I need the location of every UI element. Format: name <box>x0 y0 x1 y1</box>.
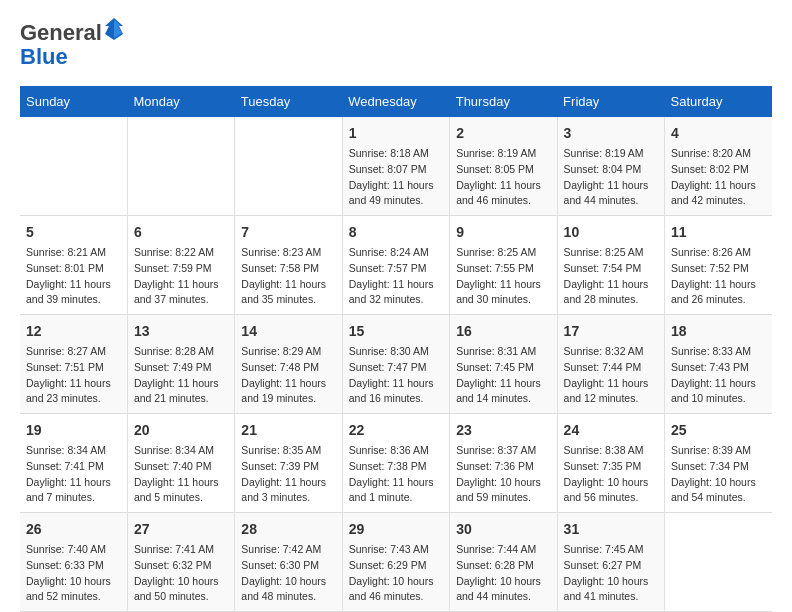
cell-content: Sunrise: 7:40 AM Sunset: 6:33 PM Dayligh… <box>26 542 121 605</box>
cell-content: Sunrise: 8:25 AM Sunset: 7:55 PM Dayligh… <box>456 245 550 308</box>
weekday-header-monday: Monday <box>127 86 234 117</box>
calendar-cell: 10Sunrise: 8:25 AM Sunset: 7:54 PM Dayli… <box>557 216 664 315</box>
cell-content: Sunrise: 8:38 AM Sunset: 7:35 PM Dayligh… <box>564 443 658 506</box>
logo-blue: Blue <box>20 44 68 69</box>
calendar-cell: 31Sunrise: 7:45 AM Sunset: 6:27 PM Dayli… <box>557 513 664 612</box>
weekday-header-friday: Friday <box>557 86 664 117</box>
cell-content: Sunrise: 7:43 AM Sunset: 6:29 PM Dayligh… <box>349 542 443 605</box>
cell-content: Sunrise: 8:34 AM Sunset: 7:41 PM Dayligh… <box>26 443 121 506</box>
cell-content: Sunrise: 8:32 AM Sunset: 7:44 PM Dayligh… <box>564 344 658 407</box>
day-number: 31 <box>564 519 658 540</box>
page-header: General Blue <box>20 20 772 70</box>
calendar-cell: 21Sunrise: 8:35 AM Sunset: 7:39 PM Dayli… <box>235 414 342 513</box>
day-number: 16 <box>456 321 550 342</box>
cell-content: Sunrise: 8:19 AM Sunset: 8:04 PM Dayligh… <box>564 146 658 209</box>
day-number: 20 <box>134 420 228 441</box>
calendar-week-4: 19Sunrise: 8:34 AM Sunset: 7:41 PM Dayli… <box>20 414 772 513</box>
calendar-cell: 20Sunrise: 8:34 AM Sunset: 7:40 PM Dayli… <box>127 414 234 513</box>
cell-content: Sunrise: 8:19 AM Sunset: 8:05 PM Dayligh… <box>456 146 550 209</box>
day-number: 11 <box>671 222 766 243</box>
calendar-cell <box>235 117 342 216</box>
day-number: 4 <box>671 123 766 144</box>
cell-content: Sunrise: 8:25 AM Sunset: 7:54 PM Dayligh… <box>564 245 658 308</box>
day-number: 5 <box>26 222 121 243</box>
day-number: 13 <box>134 321 228 342</box>
cell-content: Sunrise: 8:20 AM Sunset: 8:02 PM Dayligh… <box>671 146 766 209</box>
calendar-cell: 4Sunrise: 8:20 AM Sunset: 8:02 PM Daylig… <box>665 117 772 216</box>
day-number: 30 <box>456 519 550 540</box>
calendar-table: SundayMondayTuesdayWednesdayThursdayFrid… <box>20 86 772 612</box>
calendar-cell: 17Sunrise: 8:32 AM Sunset: 7:44 PM Dayli… <box>557 315 664 414</box>
cell-content: Sunrise: 8:29 AM Sunset: 7:48 PM Dayligh… <box>241 344 335 407</box>
calendar-cell <box>127 117 234 216</box>
cell-content: Sunrise: 8:31 AM Sunset: 7:45 PM Dayligh… <box>456 344 550 407</box>
day-number: 7 <box>241 222 335 243</box>
cell-content: Sunrise: 8:36 AM Sunset: 7:38 PM Dayligh… <box>349 443 443 506</box>
calendar-cell: 12Sunrise: 8:27 AM Sunset: 7:51 PM Dayli… <box>20 315 127 414</box>
cell-content: Sunrise: 8:22 AM Sunset: 7:59 PM Dayligh… <box>134 245 228 308</box>
day-number: 28 <box>241 519 335 540</box>
cell-content: Sunrise: 8:27 AM Sunset: 7:51 PM Dayligh… <box>26 344 121 407</box>
logo-bird-icon <box>105 18 123 40</box>
calendar-week-2: 5Sunrise: 8:21 AM Sunset: 8:01 PM Daylig… <box>20 216 772 315</box>
day-number: 1 <box>349 123 443 144</box>
cell-content: Sunrise: 8:37 AM Sunset: 7:36 PM Dayligh… <box>456 443 550 506</box>
calendar-cell: 13Sunrise: 8:28 AM Sunset: 7:49 PM Dayli… <box>127 315 234 414</box>
day-number: 29 <box>349 519 443 540</box>
calendar-cell: 22Sunrise: 8:36 AM Sunset: 7:38 PM Dayli… <box>342 414 449 513</box>
calendar-cell: 3Sunrise: 8:19 AM Sunset: 8:04 PM Daylig… <box>557 117 664 216</box>
calendar-cell: 16Sunrise: 8:31 AM Sunset: 7:45 PM Dayli… <box>450 315 557 414</box>
cell-content: Sunrise: 7:44 AM Sunset: 6:28 PM Dayligh… <box>456 542 550 605</box>
cell-content: Sunrise: 8:18 AM Sunset: 8:07 PM Dayligh… <box>349 146 443 209</box>
day-number: 3 <box>564 123 658 144</box>
calendar-week-1: 1Sunrise: 8:18 AM Sunset: 8:07 PM Daylig… <box>20 117 772 216</box>
day-number: 19 <box>26 420 121 441</box>
day-number: 14 <box>241 321 335 342</box>
calendar-cell: 15Sunrise: 8:30 AM Sunset: 7:47 PM Dayli… <box>342 315 449 414</box>
weekday-header-row: SundayMondayTuesdayWednesdayThursdayFrid… <box>20 86 772 117</box>
day-number: 15 <box>349 321 443 342</box>
cell-content: Sunrise: 8:34 AM Sunset: 7:40 PM Dayligh… <box>134 443 228 506</box>
weekday-header-sunday: Sunday <box>20 86 127 117</box>
cell-content: Sunrise: 8:26 AM Sunset: 7:52 PM Dayligh… <box>671 245 766 308</box>
calendar-cell: 2Sunrise: 8:19 AM Sunset: 8:05 PM Daylig… <box>450 117 557 216</box>
calendar-cell: 18Sunrise: 8:33 AM Sunset: 7:43 PM Dayli… <box>665 315 772 414</box>
day-number: 26 <box>26 519 121 540</box>
calendar-cell: 6Sunrise: 8:22 AM Sunset: 7:59 PM Daylig… <box>127 216 234 315</box>
cell-content: Sunrise: 8:24 AM Sunset: 7:57 PM Dayligh… <box>349 245 443 308</box>
calendar-cell: 11Sunrise: 8:26 AM Sunset: 7:52 PM Dayli… <box>665 216 772 315</box>
logo: General Blue <box>20 20 123 70</box>
calendar-week-3: 12Sunrise: 8:27 AM Sunset: 7:51 PM Dayli… <box>20 315 772 414</box>
calendar-cell: 26Sunrise: 7:40 AM Sunset: 6:33 PM Dayli… <box>20 513 127 612</box>
day-number: 22 <box>349 420 443 441</box>
calendar-cell: 19Sunrise: 8:34 AM Sunset: 7:41 PM Dayli… <box>20 414 127 513</box>
calendar-week-5: 26Sunrise: 7:40 AM Sunset: 6:33 PM Dayli… <box>20 513 772 612</box>
calendar-cell: 5Sunrise: 8:21 AM Sunset: 8:01 PM Daylig… <box>20 216 127 315</box>
weekday-header-thursday: Thursday <box>450 86 557 117</box>
day-number: 23 <box>456 420 550 441</box>
logo-container: General Blue <box>20 20 123 70</box>
cell-content: Sunrise: 7:41 AM Sunset: 6:32 PM Dayligh… <box>134 542 228 605</box>
cell-content: Sunrise: 8:23 AM Sunset: 7:58 PM Dayligh… <box>241 245 335 308</box>
day-number: 21 <box>241 420 335 441</box>
calendar-cell: 27Sunrise: 7:41 AM Sunset: 6:32 PM Dayli… <box>127 513 234 612</box>
day-number: 18 <box>671 321 766 342</box>
day-number: 12 <box>26 321 121 342</box>
calendar-cell: 28Sunrise: 7:42 AM Sunset: 6:30 PM Dayli… <box>235 513 342 612</box>
calendar-cell: 29Sunrise: 7:43 AM Sunset: 6:29 PM Dayli… <box>342 513 449 612</box>
day-number: 6 <box>134 222 228 243</box>
calendar-cell: 23Sunrise: 8:37 AM Sunset: 7:36 PM Dayli… <box>450 414 557 513</box>
logo-general: General <box>20 20 102 46</box>
cell-content: Sunrise: 8:39 AM Sunset: 7:34 PM Dayligh… <box>671 443 766 506</box>
calendar-cell: 14Sunrise: 8:29 AM Sunset: 7:48 PM Dayli… <box>235 315 342 414</box>
cell-content: Sunrise: 8:28 AM Sunset: 7:49 PM Dayligh… <box>134 344 228 407</box>
cell-content: Sunrise: 8:33 AM Sunset: 7:43 PM Dayligh… <box>671 344 766 407</box>
calendar-cell: 1Sunrise: 8:18 AM Sunset: 8:07 PM Daylig… <box>342 117 449 216</box>
weekday-header-saturday: Saturday <box>665 86 772 117</box>
calendar-cell: 24Sunrise: 8:38 AM Sunset: 7:35 PM Dayli… <box>557 414 664 513</box>
calendar-cell: 9Sunrise: 8:25 AM Sunset: 7:55 PM Daylig… <box>450 216 557 315</box>
day-number: 25 <box>671 420 766 441</box>
calendar-cell: 25Sunrise: 8:39 AM Sunset: 7:34 PM Dayli… <box>665 414 772 513</box>
calendar-cell: 8Sunrise: 8:24 AM Sunset: 7:57 PM Daylig… <box>342 216 449 315</box>
cell-content: Sunrise: 8:21 AM Sunset: 8:01 PM Dayligh… <box>26 245 121 308</box>
